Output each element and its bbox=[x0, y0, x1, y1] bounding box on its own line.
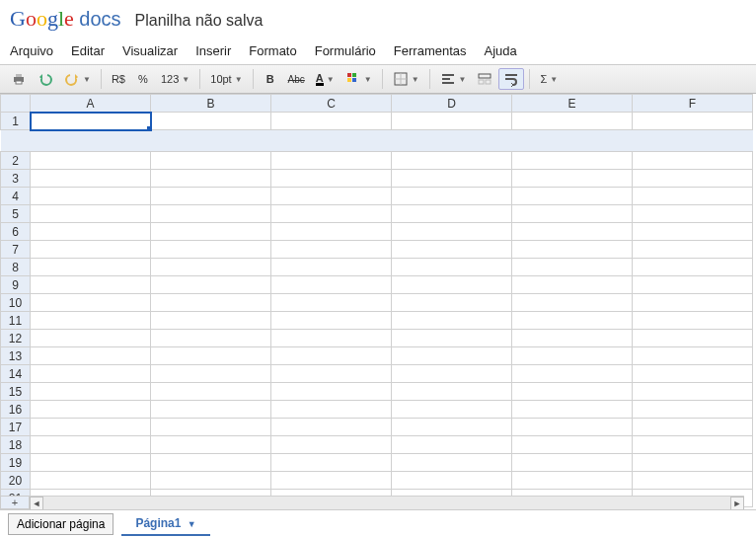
column-header[interactable]: B bbox=[151, 95, 271, 113]
formula-button[interactable]: Σ ▼ bbox=[535, 68, 563, 90]
cell[interactable] bbox=[392, 170, 512, 188]
cell[interactable] bbox=[392, 241, 512, 259]
cell[interactable] bbox=[633, 205, 753, 223]
cell[interactable] bbox=[392, 259, 512, 276]
cell[interactable] bbox=[392, 383, 512, 401]
cell[interactable] bbox=[271, 113, 392, 130]
cell[interactable] bbox=[31, 347, 151, 365]
cell[interactable] bbox=[151, 312, 271, 330]
cell[interactable] bbox=[633, 241, 753, 259]
row-header[interactable]: 17 bbox=[1, 419, 31, 436]
row-header[interactable]: 2 bbox=[1, 152, 31, 170]
row-header[interactable]: 13 bbox=[1, 347, 31, 365]
cell[interactable] bbox=[151, 241, 271, 259]
fill-color-button[interactable]: ▼ bbox=[340, 68, 377, 90]
column-header[interactable]: D bbox=[392, 95, 512, 113]
cell[interactable] bbox=[512, 401, 633, 419]
cell[interactable] bbox=[633, 152, 753, 170]
row-header[interactable]: 14 bbox=[1, 365, 31, 383]
cell[interactable] bbox=[271, 454, 392, 472]
cell[interactable] bbox=[271, 241, 392, 259]
row-header[interactable]: 5 bbox=[1, 205, 31, 223]
scroll-right-button[interactable]: ► bbox=[730, 497, 744, 510]
cell[interactable] bbox=[151, 205, 271, 223]
cell[interactable] bbox=[31, 330, 151, 347]
cell[interactable] bbox=[392, 152, 512, 170]
cell[interactable] bbox=[271, 188, 392, 205]
cell[interactable] bbox=[392, 347, 512, 365]
cell[interactable] bbox=[512, 276, 633, 294]
cell[interactable] bbox=[512, 330, 633, 347]
cell[interactable] bbox=[633, 401, 753, 419]
cell[interactable] bbox=[392, 401, 512, 419]
cell[interactable] bbox=[512, 294, 633, 312]
cell[interactable] bbox=[633, 223, 753, 241]
cell[interactable] bbox=[392, 205, 512, 223]
cell[interactable] bbox=[392, 454, 512, 472]
wrap-text-button[interactable] bbox=[498, 68, 524, 90]
cell[interactable] bbox=[633, 454, 753, 472]
cell[interactable] bbox=[633, 436, 753, 454]
row-header[interactable]: 16 bbox=[1, 401, 31, 419]
row-header[interactable]: 6 bbox=[1, 223, 31, 241]
sheet-tab-1[interactable]: Página1 ▼ bbox=[121, 512, 209, 536]
cell[interactable] bbox=[271, 347, 392, 365]
strike-button[interactable]: Abc bbox=[283, 68, 310, 90]
cell[interactable] bbox=[512, 170, 633, 188]
cell[interactable] bbox=[512, 113, 633, 130]
cell[interactable] bbox=[392, 294, 512, 312]
cell[interactable] bbox=[512, 454, 633, 472]
cell[interactable] bbox=[151, 188, 271, 205]
cell[interactable] bbox=[151, 436, 271, 454]
menu-visualizar[interactable]: Visualizar bbox=[122, 43, 178, 58]
cell[interactable] bbox=[31, 383, 151, 401]
menu-ferramentas[interactable]: Ferramentas bbox=[394, 43, 467, 58]
row-header[interactable]: 8 bbox=[1, 259, 31, 276]
cell[interactable] bbox=[151, 152, 271, 170]
cell[interactable] bbox=[392, 223, 512, 241]
number-format-button[interactable]: 123 ▼ bbox=[156, 68, 194, 90]
menu-formulario[interactable]: Formulário bbox=[315, 43, 376, 58]
cell[interactable] bbox=[271, 472, 392, 490]
row-header[interactable]: 18 bbox=[1, 436, 31, 454]
menu-editar[interactable]: Editar bbox=[71, 43, 105, 58]
print-button[interactable] bbox=[6, 68, 32, 90]
cell[interactable] bbox=[633, 347, 753, 365]
bold-button[interactable]: B bbox=[259, 68, 282, 90]
cell[interactable] bbox=[31, 472, 151, 490]
cell[interactable] bbox=[31, 419, 151, 436]
cell[interactable] bbox=[512, 241, 633, 259]
cell[interactable] bbox=[633, 312, 753, 330]
menu-formato[interactable]: Formato bbox=[249, 43, 296, 58]
cell[interactable] bbox=[151, 347, 271, 365]
cell[interactable] bbox=[392, 419, 512, 436]
cell[interactable] bbox=[31, 259, 151, 276]
cell[interactable] bbox=[512, 188, 633, 205]
row-header[interactable]: 1 bbox=[1, 113, 31, 130]
cell[interactable] bbox=[633, 188, 753, 205]
column-header[interactable]: E bbox=[512, 95, 633, 113]
cell[interactable] bbox=[271, 259, 392, 276]
cell[interactable] bbox=[633, 276, 753, 294]
cell[interactable] bbox=[151, 472, 271, 490]
menu-ajuda[interactable]: Ajuda bbox=[485, 43, 517, 58]
cell[interactable] bbox=[271, 312, 392, 330]
align-button[interactable]: ▼ bbox=[435, 68, 472, 90]
cell[interactable] bbox=[512, 312, 633, 330]
cell[interactable] bbox=[271, 170, 392, 188]
undo-button[interactable] bbox=[33, 68, 58, 90]
cell[interactable] bbox=[633, 170, 753, 188]
cell[interactable] bbox=[512, 436, 633, 454]
row-header[interactable]: 4 bbox=[1, 188, 31, 205]
cell[interactable] bbox=[151, 401, 271, 419]
cell[interactable] bbox=[633, 365, 753, 383]
add-row-button[interactable]: + bbox=[0, 496, 30, 509]
cell[interactable] bbox=[633, 294, 753, 312]
cell[interactable] bbox=[633, 383, 753, 401]
row-header[interactable]: 7 bbox=[1, 241, 31, 259]
cell[interactable] bbox=[271, 436, 392, 454]
cell[interactable] bbox=[271, 294, 392, 312]
cell[interactable] bbox=[151, 294, 271, 312]
cell[interactable] bbox=[151, 330, 271, 347]
cell[interactable] bbox=[31, 223, 151, 241]
